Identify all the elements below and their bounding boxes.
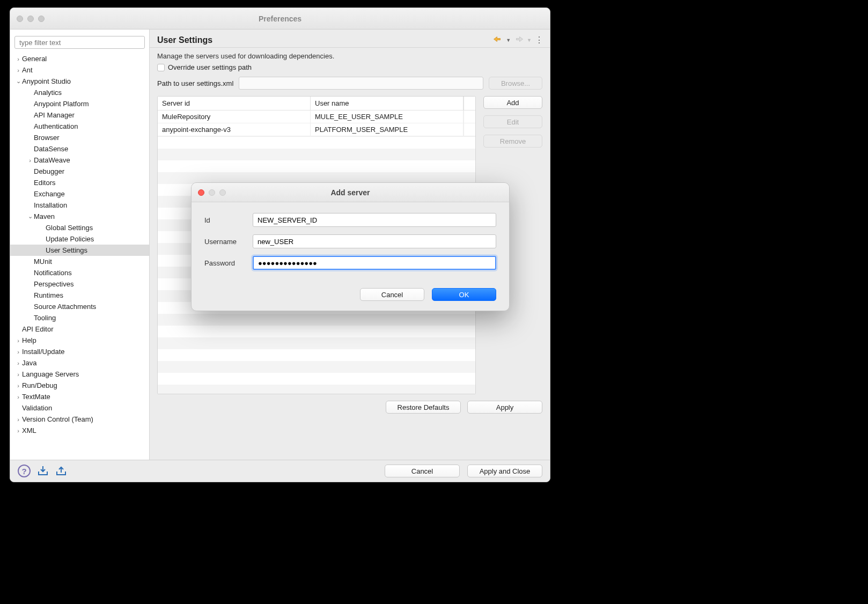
tree-item-label: Anypoint Studio	[22, 77, 71, 85]
chevron-right-icon[interactable]: ›	[14, 349, 22, 355]
tree-item-label: Authentication	[34, 122, 78, 130]
tree-item[interactable]: ›XML	[10, 425, 149, 436]
tree-item-label: Perspectives	[34, 280, 73, 288]
window-title: Preferences	[10, 14, 550, 23]
password-field[interactable]	[253, 256, 496, 270]
chevron-right-icon[interactable]: ›	[14, 428, 22, 434]
tree-item[interactable]: MUnit	[10, 256, 149, 267]
tree-item[interactable]: ›Version Control (Team)	[10, 414, 149, 425]
tree-item[interactable]: API Manager	[10, 109, 149, 121]
header-toolbar: ▼ ▼ ⋮	[493, 35, 542, 45]
forward-arrow-icon[interactable]	[514, 35, 524, 45]
chevron-right-icon[interactable]: ›	[26, 157, 34, 164]
chevron-down-icon[interactable]: ⌄	[14, 78, 22, 85]
tree-item[interactable]: Runtimes	[10, 290, 149, 301]
tree-item[interactable]: ›General	[10, 53, 149, 64]
tree-item-label: API Manager	[34, 111, 75, 119]
cancel-button[interactable]: Cancel	[385, 465, 460, 477]
tree-item[interactable]: ›Language Servers	[10, 369, 149, 380]
col-server-id[interactable]: Server id	[158, 97, 311, 110]
tree-item[interactable]: Installation	[10, 200, 149, 211]
cell-user-name: MULE_EE_USER_SAMPLE	[311, 111, 464, 123]
help-icon[interactable]: ?	[18, 465, 31, 477]
import-icon[interactable]	[37, 465, 49, 477]
tree-item[interactable]: ⌄Maven	[10, 211, 149, 222]
chevron-right-icon[interactable]: ›	[14, 394, 22, 400]
chevron-down-icon[interactable]: ⌄	[26, 213, 34, 220]
tree-item-label: Anypoint Platform	[34, 100, 89, 108]
table-row[interactable]: MuleRepositoryMULE_EE_USER_SAMPLE	[158, 111, 475, 123]
apply-button[interactable]: Apply	[467, 401, 542, 414]
col-user-name[interactable]: User name	[311, 97, 464, 110]
cell-user-name: PLATFORM_USER_SAMPLE	[311, 123, 464, 136]
tree-item[interactable]: Browser	[10, 132, 149, 143]
tree-item[interactable]: API Editor	[10, 323, 149, 335]
tree-item[interactable]: Notifications	[10, 267, 149, 278]
titlebar: Preferences	[10, 8, 550, 30]
tree-item[interactable]: ›Ant	[10, 64, 149, 76]
tree-item[interactable]: Global Settings	[10, 222, 149, 233]
chevron-right-icon[interactable]: ›	[14, 56, 22, 62]
chevron-right-icon[interactable]: ›	[14, 416, 22, 423]
tree-item[interactable]: Debugger	[10, 166, 149, 177]
browse-button[interactable]: Browse...	[489, 77, 542, 90]
tree-item[interactable]: Editors	[10, 177, 149, 188]
tree-item-label: API Editor	[22, 325, 54, 333]
chevron-right-icon[interactable]: ›	[14, 67, 22, 73]
override-label: Override user settings path	[168, 63, 252, 71]
apply-close-button[interactable]: Apply and Close	[467, 465, 542, 477]
dialog-ok-button[interactable]: OK	[432, 288, 496, 301]
tree-item[interactable]: Tooling	[10, 312, 149, 323]
spacer-col	[464, 97, 475, 110]
tree-item-label: Update Policies	[46, 235, 94, 243]
back-arrow-icon[interactable]	[493, 35, 503, 45]
tree-item-label: Install/Update	[22, 348, 65, 356]
table-row[interactable]: anypoint-exchange-v3PLATFORM_USER_SAMPLE	[158, 123, 475, 136]
preferences-tree[interactable]: ›General›Ant⌄Anypoint StudioAnalyticsAny…	[10, 53, 149, 455]
dialog-cancel-button[interactable]: Cancel	[360, 288, 424, 301]
tree-item[interactable]: ⌄Anypoint Studio	[10, 76, 149, 87]
username-field[interactable]	[253, 234, 496, 248]
remove-button[interactable]: Remove	[483, 135, 542, 148]
tree-item[interactable]: Update Policies	[10, 233, 149, 245]
tree-item-label: TextMate	[22, 393, 50, 401]
chevron-right-icon[interactable]: ›	[14, 360, 22, 366]
tree-item[interactable]: Anypoint Platform	[10, 98, 149, 109]
tree-item-label: Java	[22, 359, 36, 367]
tree-item[interactable]: Perspectives	[10, 278, 149, 290]
edit-button[interactable]: Edit	[483, 115, 542, 128]
tree-item[interactable]: ›Help	[10, 335, 149, 346]
restore-defaults-button[interactable]: Restore Defaults	[386, 401, 461, 414]
tree-item-label: Exchange	[34, 190, 65, 198]
cell-server-id: anypoint-exchange-v3	[158, 123, 311, 136]
tree-item-label: Tooling	[34, 314, 56, 322]
tree-item[interactable]: Validation	[10, 402, 149, 414]
tree-item[interactable]: User Settings	[10, 245, 149, 256]
tree-item[interactable]: ›TextMate	[10, 391, 149, 402]
password-label: Password	[204, 259, 253, 267]
tree-item[interactable]: ›DataWeave	[10, 154, 149, 166]
back-dropdown-icon[interactable]: ▼	[506, 38, 511, 43]
tree-item[interactable]: Authentication	[10, 121, 149, 132]
tree-item[interactable]: ›Install/Update	[10, 346, 149, 357]
chevron-right-icon[interactable]: ›	[14, 382, 22, 389]
add-button[interactable]: Add	[483, 96, 542, 109]
tree-item[interactable]: ›Run/Debug	[10, 380, 149, 391]
page-title: User Settings	[157, 35, 212, 45]
filter-input[interactable]	[14, 36, 145, 49]
forward-dropdown-icon[interactable]: ▼	[527, 38, 532, 43]
chevron-right-icon[interactable]: ›	[14, 337, 22, 344]
chevron-right-icon[interactable]: ›	[14, 371, 22, 378]
tree-item[interactable]: ›Java	[10, 357, 149, 369]
override-checkbox[interactable]	[157, 64, 165, 71]
export-icon[interactable]	[55, 465, 67, 477]
path-input[interactable]	[239, 77, 483, 90]
menu-icon[interactable]: ⋮	[535, 35, 542, 45]
tree-item[interactable]: Exchange	[10, 188, 149, 200]
tree-item[interactable]: Analytics	[10, 87, 149, 98]
tree-item[interactable]: DataSense	[10, 143, 149, 154]
tree-item[interactable]: Source Attachments	[10, 301, 149, 312]
cell-spacer	[464, 123, 475, 136]
tree-item-label: Browser	[34, 134, 60, 142]
id-field[interactable]	[253, 213, 496, 227]
